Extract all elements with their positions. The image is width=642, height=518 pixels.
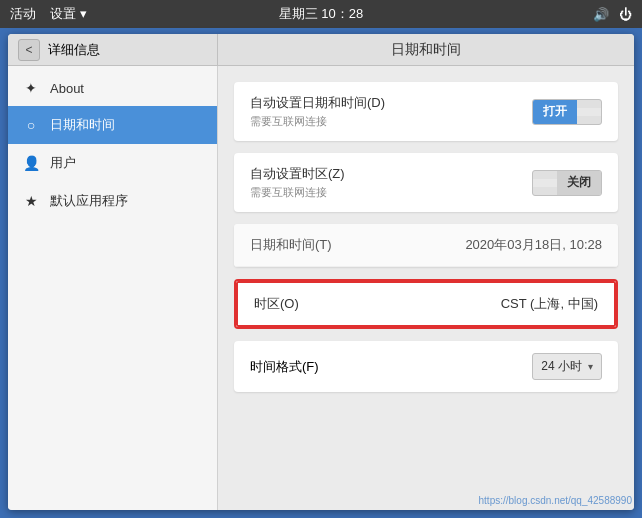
sidebar-item-datetime[interactable]: ○ 日期和时间 [8,106,217,144]
topbar: 活动 设置 ▾ 星期三 10：28 🔊 ⏻ [0,0,642,28]
auto-datetime-label-group: 自动设置日期和时间(D) 需要互联网连接 [250,94,385,129]
settings-window: < 详细信息 日期和时间 ✦ About ○ 日期和时间 👤 用户 ★ 默认应用… [8,34,634,510]
watermark: https://blog.csdn.net/qq_42588990 [479,495,632,506]
toggle-on-label: 打开 [533,99,577,124]
time-format-select[interactable]: 24 小时 ▾ [532,353,602,380]
main-panel: 自动设置日期和时间(D) 需要互联网连接 打开 自动设置时区(Z) 需要互联网连… [218,66,634,510]
users-icon: 👤 [22,155,40,171]
topbar-left: 活动 设置 ▾ [10,5,87,23]
default-apps-icon: ★ [22,193,40,209]
toggle-off-spacer [577,108,601,116]
sidebar-label-default-apps: 默认应用程序 [50,192,128,210]
auto-timezone-title: 自动设置时区(Z) [250,165,345,183]
auto-timezone-subtitle: 需要互联网连接 [250,185,345,200]
window-header: < 详细信息 日期和时间 [8,34,634,66]
timezone-card[interactable]: 时区(O) CST (上海, 中国) [234,279,618,329]
sidebar-label-datetime: 日期和时间 [50,116,115,134]
auto-datetime-row: 自动设置日期和时间(D) 需要互联网连接 打开 [234,82,618,141]
about-icon: ✦ [22,80,40,96]
sidebar: ✦ About ○ 日期和时间 👤 用户 ★ 默认应用程序 [8,66,218,510]
settings-arrow-icon: ▾ [80,6,87,21]
header-left-title: 详细信息 [48,41,100,59]
content-area: ✦ About ○ 日期和时间 👤 用户 ★ 默认应用程序 自动设置日期 [8,66,634,510]
timezone-row[interactable]: 时区(O) CST (上海, 中国) [236,281,616,327]
volume-icon[interactable]: 🔊 [593,7,609,22]
auto-timezone-toggle[interactable]: 关闭 [532,170,602,196]
current-datetime-row: 日期和时间(T) 2020年03月18日, 10:28 [234,224,618,267]
time-format-card: 时间格式(F) 24 小时 ▾ [234,341,618,392]
activities-label[interactable]: 活动 [10,5,36,23]
topbar-clock: 星期三 10：28 [279,5,364,23]
sidebar-item-default-apps[interactable]: ★ 默认应用程序 [8,182,217,220]
back-button[interactable]: < [18,39,40,61]
format-arrow-icon: ▾ [588,361,593,372]
auto-datetime-card: 自动设置日期和时间(D) 需要互联网连接 打开 [234,82,618,141]
auto-datetime-toggle[interactable]: 打开 [532,99,602,125]
time-format-label: 时间格式(F) [250,358,319,376]
toggle-off-label: 关闭 [557,170,601,195]
auto-timezone-card: 自动设置时区(Z) 需要互联网连接 关闭 [234,153,618,212]
auto-datetime-title: 自动设置日期和时间(D) [250,94,385,112]
sidebar-label-users: 用户 [50,154,76,172]
header-left: < 详细信息 [8,34,218,65]
settings-menu[interactable]: 设置 ▾ [50,5,87,23]
sidebar-item-users[interactable]: 👤 用户 [8,144,217,182]
timezone-label: 时区(O) [254,295,299,313]
auto-timezone-label-group: 自动设置时区(Z) 需要互联网连接 [250,165,345,200]
topbar-right: 🔊 ⏻ [593,7,632,22]
time-format-value: 24 小时 [541,358,582,375]
sidebar-item-about[interactable]: ✦ About [8,70,217,106]
toggle-on-spacer [533,179,557,187]
auto-datetime-subtitle: 需要互联网连接 [250,114,385,129]
current-datetime-value: 2020年03月18日, 10:28 [465,236,602,254]
header-right-title: 日期和时间 [218,34,634,65]
sidebar-label-about: About [50,81,84,96]
current-datetime-card: 日期和时间(T) 2020年03月18日, 10:28 [234,224,618,267]
datetime-icon: ○ [22,117,40,133]
time-format-row: 时间格式(F) 24 小时 ▾ [234,341,618,392]
auto-timezone-row: 自动设置时区(Z) 需要互联网连接 关闭 [234,153,618,212]
power-icon[interactable]: ⏻ [619,7,632,22]
current-datetime-label: 日期和时间(T) [250,236,332,254]
timezone-value: CST (上海, 中国) [501,295,598,313]
